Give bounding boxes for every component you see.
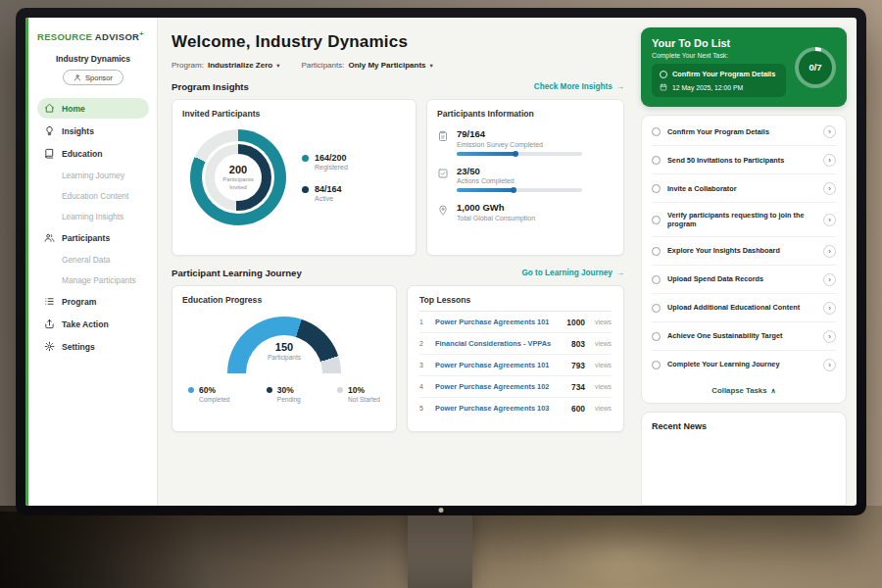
people-icon xyxy=(44,232,55,243)
lesson-views: 793 xyxy=(571,361,585,370)
lesson-link[interactable]: Power Purchase Agreements 101 xyxy=(435,318,559,326)
sidebar-item-education-content[interactable]: Education Content xyxy=(37,186,149,205)
task-checkbox[interactable] xyxy=(652,156,661,165)
info-label: Emission Survey Completed xyxy=(457,141,582,148)
lesson-link[interactable]: Power Purchase Agreements 101 xyxy=(435,361,564,369)
lesson-views: 1000 xyxy=(566,318,585,327)
program-filter-label: Program: xyxy=(172,61,204,70)
chevron-right-icon[interactable]: › xyxy=(823,182,836,195)
sidebar-item-insights[interactable]: Insights xyxy=(37,121,149,141)
link-label: Go to Learning Journey xyxy=(521,269,612,277)
lesson-link[interactable]: Financial Considerations - VPPAs xyxy=(435,339,564,348)
recent-news-card: Recent News xyxy=(641,412,847,506)
sidebar-item-settings[interactable]: Settings xyxy=(37,336,149,357)
task-checkbox[interactable] xyxy=(652,216,661,224)
program-insights-header: Program Insights Check More Insights → xyxy=(172,81,624,92)
task-row[interactable]: Explore Your Insights Dashboard › xyxy=(652,237,836,266)
chevron-down-icon: ▾ xyxy=(430,62,433,70)
sidebar-item-learning-journey[interactable]: Learning Journey xyxy=(37,166,149,184)
chevron-right-icon[interactable]: › xyxy=(823,359,836,371)
task-label: Explore Your Insights Dashboard xyxy=(667,246,816,255)
participants-filter[interactable]: Participants: Only My Participants ▾ xyxy=(301,61,432,70)
lesson-views: 600 xyxy=(571,404,585,414)
participants-filter-value: Only My Participants xyxy=(348,61,425,70)
check-more-insights-link[interactable]: Check More Insights → xyxy=(534,82,624,91)
legend-dot-blue xyxy=(188,387,194,393)
task-checkbox[interactable] xyxy=(652,361,661,369)
collapse-tasks-link[interactable]: Collapse Tasks ∧ xyxy=(652,378,836,403)
chevron-right-icon[interactable]: › xyxy=(823,214,836,226)
list-icon xyxy=(44,296,55,307)
sidebar-item-manage-participants[interactable]: Manage Participants xyxy=(37,270,149,289)
card-title: Participants Information xyxy=(437,109,613,119)
task-checkbox[interactable] xyxy=(652,304,661,313)
sidebar-item-take-action[interactable]: Take Action xyxy=(37,314,149,334)
card-title: Invited Participants xyxy=(182,109,406,119)
sidebar-item-label: Education Content xyxy=(62,191,128,201)
task-row[interactable]: Invite a Collaborator › xyxy=(652,174,836,203)
recent-news-title: Recent News xyxy=(652,421,836,431)
org-name: Industry Dynamics xyxy=(37,54,149,64)
arrow-right-icon: → xyxy=(616,269,624,277)
chevron-right-icon[interactable]: › xyxy=(823,273,836,286)
sidebar-item-participants[interactable]: Participants xyxy=(37,227,149,248)
sidebar-item-education[interactable]: Education xyxy=(37,143,149,164)
lesson-link[interactable]: Power Purchase Agreements 103 xyxy=(435,404,564,413)
sidebar-item-label: General Data xyxy=(62,255,110,265)
go-to-learning-journey-link[interactable]: Go to Learning Journey → xyxy=(521,269,624,277)
legend-item-registered: 164/200 Registered xyxy=(302,153,348,171)
task-row[interactable]: Verify participants requesting to join t… xyxy=(652,203,836,237)
chevron-right-icon[interactable]: › xyxy=(823,125,836,138)
todo-panel: Your To Do List Complete Your Next Task:… xyxy=(635,18,857,506)
sidebar-item-general-data[interactable]: General Data xyxy=(37,250,149,269)
lesson-row: 1 Power Purchase Agreements 101 1000 vie… xyxy=(419,312,612,333)
program-filter[interactable]: Program: Industrialize Zero ▾ xyxy=(172,61,279,70)
task-row[interactable]: Upload Additional Educational Content › xyxy=(652,294,836,322)
check-square-icon xyxy=(437,168,449,179)
logo-plus: + xyxy=(139,30,143,37)
legend-dot-teal xyxy=(302,155,309,162)
legend-dot-gray xyxy=(337,387,343,393)
todo-subtitle: Complete Your Next Task: xyxy=(652,52,786,59)
info-row-actions: 23/50 Actions Completed xyxy=(437,166,613,193)
legend-value: 10% xyxy=(348,385,380,395)
legend-label: Not Started xyxy=(348,396,380,403)
actions-progress-bar xyxy=(457,188,582,192)
task-checkbox[interactable] xyxy=(652,275,661,284)
task-checkbox[interactable] xyxy=(652,184,661,193)
sponsor-badge[interactable]: Sponsor xyxy=(63,70,123,85)
lightbulb-icon xyxy=(44,125,55,136)
task-checkbox[interactable] xyxy=(652,332,661,341)
sidebar-item-home[interactable]: Home xyxy=(37,98,149,119)
lesson-link[interactable]: Power Purchase Agreements 102 xyxy=(435,382,564,391)
education-gauge-chart: 150 Participants xyxy=(227,317,341,373)
scene: RESOURCE ADVISOR+ Industry Dynamics Spon… xyxy=(0,0,882,588)
task-row[interactable]: Send 50 Invitations to Participants › xyxy=(652,146,836,174)
task-label: Upload Spend Data Records xyxy=(667,274,816,283)
task-checkbox[interactable] xyxy=(660,71,667,78)
info-row-consumption: 1,000 GWh Total Global Consumption xyxy=(437,202,613,221)
task-row[interactable]: Confirm Your Program Details › xyxy=(652,118,836,146)
upload-icon xyxy=(44,318,55,329)
chevron-right-icon[interactable]: › xyxy=(823,330,836,343)
lesson-rank: 5 xyxy=(419,405,427,412)
chevron-right-icon[interactable]: › xyxy=(823,154,836,167)
sidebar-nav: Home Insights Education Learning Journey xyxy=(37,98,149,357)
task-row[interactable]: Achieve One Sustainability Target › xyxy=(652,322,836,351)
app-logo: RESOURCE ADVISOR+ xyxy=(37,30,149,42)
filters-row: Program: Industrialize Zero ▾ Participan… xyxy=(172,61,624,70)
lesson-views-label: views xyxy=(595,340,612,347)
task-row[interactable]: Upload Spend Data Records › xyxy=(652,266,836,294)
chevron-right-icon[interactable]: › xyxy=(823,302,836,315)
chevron-right-icon[interactable]: › xyxy=(823,245,836,258)
location-pin-icon xyxy=(437,204,449,216)
monitor-bezel: RESOURCE ADVISOR+ Industry Dynamics Spon… xyxy=(16,8,866,515)
sidebar-item-learning-insights[interactable]: Learning Insights xyxy=(37,207,149,225)
task-checkbox[interactable] xyxy=(652,127,661,136)
task-row[interactable]: Complete Your Learning Journey › xyxy=(652,351,836,378)
task-checkbox[interactable] xyxy=(652,247,661,256)
sidebar-item-program[interactable]: Program xyxy=(37,291,149,312)
top-lessons-card: Top Lessons 1 Power Purchase Agreements … xyxy=(407,285,624,432)
next-task-box[interactable]: Confirm Your Program Details 12 May 2025… xyxy=(652,64,786,97)
donut-center-label: Participants Invited xyxy=(215,176,262,191)
